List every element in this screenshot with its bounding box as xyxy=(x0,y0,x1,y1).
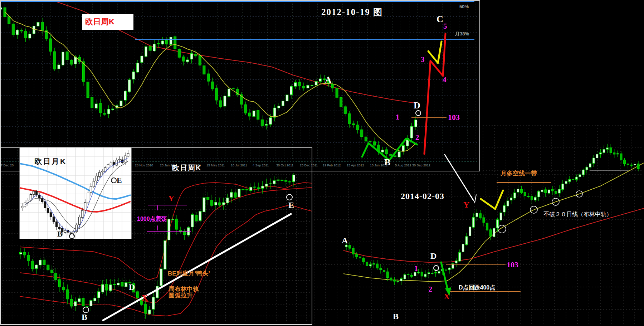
annotation-3: 3 xyxy=(421,55,425,64)
x-axis-date: 10 Jul 2011 xyxy=(231,164,247,167)
annotation-B: B xyxy=(57,229,63,238)
annotation-X: X xyxy=(142,293,148,302)
weekly2012-title-box: 欧日周K xyxy=(82,14,133,30)
annotation-2: 2 xyxy=(429,285,432,293)
annotation-A: A xyxy=(325,75,332,85)
annotation-103: 103 xyxy=(448,113,460,122)
x-axis-date: 10 Jun 2012 xyxy=(370,164,388,167)
x-axis-date: 25 Dec 2011 xyxy=(300,164,318,167)
x-axis-date: 7 Dec 20 xyxy=(1,164,14,167)
osc-range-label: 1000点震荡 xyxy=(137,216,167,222)
annotation-2: 2 xyxy=(415,133,419,142)
annotation-E: E xyxy=(288,200,294,210)
x-axis-date: 15 Apr 2012 xyxy=(347,164,364,167)
annotation-Y: Y xyxy=(463,200,469,209)
huidie-label: D点回跌400点 xyxy=(459,284,495,291)
annotation-103: 103 xyxy=(507,260,518,269)
daily2014-date-label: 2014-02-03 xyxy=(401,191,444,201)
charts-canvas: 50%月38%ABCD123451037 Dec 2028 Nov 201023… xyxy=(0,0,644,326)
annotation-D: D xyxy=(129,282,135,292)
annotation-Y: Y xyxy=(168,194,174,203)
annotation-B: B xyxy=(393,312,399,321)
annotation-D: D xyxy=(414,100,420,111)
weekly2012-date-label: 2012-10-19 图 xyxy=(321,7,383,18)
x-axis-date: 30 Sep 2012 xyxy=(412,164,430,167)
x-axis-date: 5 Aug 2012 xyxy=(395,164,411,167)
annotation-A: A xyxy=(342,236,348,245)
annotation-X: X xyxy=(444,292,450,301)
inset-title: 欧日月K xyxy=(34,157,67,166)
annotation-1: 1 xyxy=(396,113,400,121)
be-duck-label: BE对应月‘鸭头’ xyxy=(168,270,210,277)
weekly-2012-chart: 50%月38%ABCD123451037 Dec 2028 Nov 201023… xyxy=(0,0,480,171)
annotation-50%: 50% xyxy=(459,4,469,9)
mid-weekly-title: 欧日周K xyxy=(172,164,201,172)
chart-montage-root: 50%月38%ABCD123451037 Dec 2028 Nov 201023… xyxy=(0,0,644,326)
x-axis-date: 19 Feb 2012 xyxy=(323,164,341,167)
arc-rise-label: 圆弧拉升 xyxy=(169,292,193,299)
annotation-E: E xyxy=(117,176,122,185)
weekly-2012-chart-candles xyxy=(0,4,417,160)
duokong-label: 月多空线一带 xyxy=(501,170,537,177)
x-axis-date: 15 May 2011 xyxy=(206,164,225,167)
annotation-4: 4 xyxy=(443,76,447,84)
annotation-B: B xyxy=(82,312,87,322)
x-axis-date: 4 Sep 2011 xyxy=(253,164,269,167)
x-axis-date: 30 Oct 2011 xyxy=(276,164,293,167)
bupo-label: 不破２０日线（布林中轨） xyxy=(543,211,612,218)
annotation-月38%: 月38% xyxy=(455,31,469,37)
annotation-C: C xyxy=(436,14,443,24)
annotation-D: D xyxy=(430,251,436,261)
annotation-1: 1 xyxy=(414,264,418,272)
annotation-5: 5 xyxy=(443,22,447,30)
weekly2012-title: 欧日周K xyxy=(85,17,114,26)
boll-mid-label: 周布林中轨 xyxy=(169,286,199,293)
x-axis-date: 28 Nov 2010 xyxy=(135,164,153,167)
